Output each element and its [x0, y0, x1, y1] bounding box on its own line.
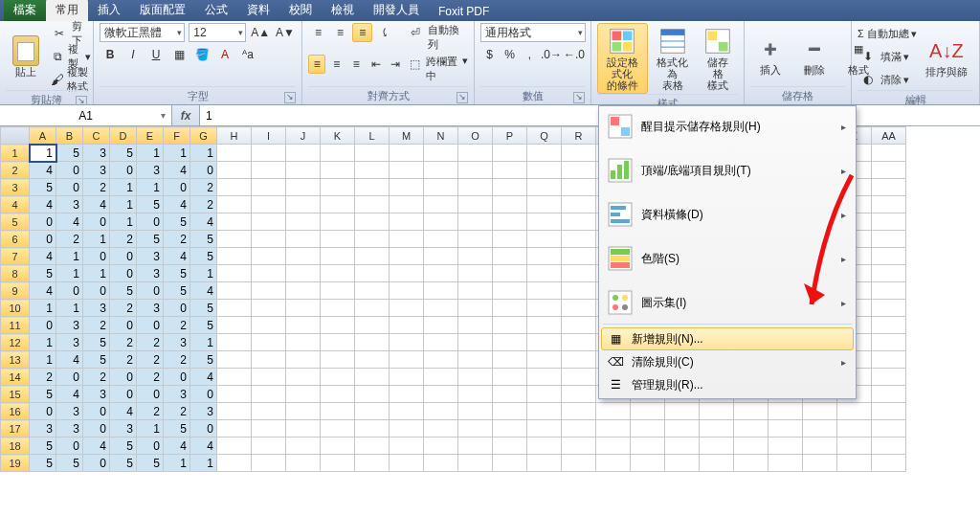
cell[interactable] [872, 231, 906, 248]
cell[interactable] [631, 403, 665, 420]
cell[interactable]: 0 [137, 282, 164, 300]
cell[interactable] [527, 300, 562, 317]
cell[interactable] [286, 369, 321, 386]
cell[interactable] [527, 455, 562, 472]
cell[interactable]: 0 [30, 213, 56, 231]
cell[interactable] [424, 265, 458, 282]
cell[interactable]: 0 [190, 386, 217, 403]
cell[interactable]: 3 [83, 300, 110, 317]
cell[interactable] [562, 179, 596, 196]
menu-new-rule[interactable]: ▦ 新增規則(N)... [601, 327, 854, 350]
cell[interactable] [803, 420, 837, 437]
cell[interactable] [527, 231, 562, 248]
cell[interactable]: 5 [190, 231, 217, 248]
cell[interactable] [286, 455, 321, 472]
cell[interactable] [458, 386, 493, 403]
cell[interactable] [768, 403, 803, 420]
cell[interactable] [803, 455, 837, 472]
cell[interactable] [527, 179, 562, 196]
cell[interactable]: 3 [137, 248, 164, 265]
cell[interactable] [493, 351, 527, 369]
cell[interactable] [252, 179, 286, 196]
cell[interactable] [665, 403, 700, 420]
cell[interactable] [321, 386, 355, 403]
cell[interactable] [252, 145, 286, 162]
cell[interactable] [493, 369, 527, 386]
cell[interactable]: 1 [190, 455, 217, 472]
cell[interactable]: 0 [56, 179, 83, 196]
cell[interactable] [217, 196, 252, 213]
col-header-AA[interactable]: AA [872, 127, 906, 145]
cell[interactable] [458, 162, 493, 179]
cell[interactable]: 2 [164, 317, 190, 334]
cell[interactable]: 0 [110, 162, 137, 179]
cell[interactable] [321, 420, 355, 437]
col-header-F[interactable]: F [164, 127, 190, 145]
cell[interactable] [286, 317, 321, 334]
col-header-J[interactable]: J [286, 127, 321, 145]
cell[interactable] [390, 282, 424, 300]
cell[interactable] [562, 162, 596, 179]
cell[interactable] [286, 334, 321, 351]
cell[interactable] [424, 145, 458, 162]
cell[interactable] [217, 162, 252, 179]
cell[interactable] [527, 213, 562, 231]
cell[interactable] [252, 369, 286, 386]
cell[interactable]: 0 [83, 455, 110, 472]
cell[interactable] [321, 455, 355, 472]
cell[interactable]: 0 [164, 369, 190, 386]
cell[interactable]: 0 [56, 162, 83, 179]
cell[interactable] [872, 248, 906, 265]
cell[interactable]: 2 [164, 231, 190, 248]
cell[interactable]: 0 [56, 369, 83, 386]
align-middle-button[interactable]: ≡ [330, 23, 350, 42]
cell[interactable]: 4 [190, 369, 217, 386]
cell[interactable] [837, 403, 872, 420]
cell[interactable]: 3 [30, 420, 56, 437]
cell[interactable] [562, 334, 596, 351]
cell[interactable] [286, 213, 321, 231]
cell[interactable]: 0 [164, 179, 190, 196]
tab-home[interactable]: 常用 [46, 0, 88, 21]
phonetic-button[interactable]: ᴬa [237, 45, 258, 64]
cell[interactable]: 4 [190, 282, 217, 300]
cell[interactable] [286, 282, 321, 300]
formula-input[interactable]: 1 [199, 105, 980, 125]
cell[interactable] [286, 351, 321, 369]
cell[interactable] [217, 420, 252, 437]
cell[interactable] [872, 213, 906, 231]
cell[interactable] [768, 420, 803, 437]
cell[interactable]: 0 [137, 213, 164, 231]
cell[interactable] [562, 196, 596, 213]
cell[interactable] [321, 300, 355, 317]
autosum-button[interactable]: Σ 自動加總 [858, 27, 909, 41]
cell[interactable] [458, 196, 493, 213]
cell[interactable] [562, 231, 596, 248]
cell[interactable]: 3 [83, 386, 110, 403]
col-header-O[interactable]: O [458, 127, 493, 145]
decrease-font-button[interactable]: A▼ [275, 23, 296, 42]
row-header-14[interactable]: 14 [1, 369, 30, 386]
cell[interactable]: 1 [137, 145, 164, 162]
cell[interactable] [872, 455, 906, 472]
cell[interactable]: 2 [110, 300, 137, 317]
cell[interactable] [355, 386, 390, 403]
cell[interactable] [355, 455, 390, 472]
cell[interactable] [872, 265, 906, 282]
cell[interactable]: 0 [30, 317, 56, 334]
bold-button[interactable]: B [100, 45, 121, 64]
cell[interactable]: 0 [190, 420, 217, 437]
cell[interactable] [631, 437, 665, 455]
cell[interactable] [527, 145, 562, 162]
cell[interactable]: 5 [110, 282, 137, 300]
cell[interactable]: 4 [56, 213, 83, 231]
menu-topbottom-rules[interactable]: 頂端/底端項目規則(T) ▸ [601, 152, 854, 189]
cell[interactable] [424, 196, 458, 213]
cell[interactable]: 5 [30, 437, 56, 455]
cell[interactable] [390, 420, 424, 437]
cell[interactable] [872, 437, 906, 455]
cell[interactable] [286, 300, 321, 317]
cell[interactable]: 1 [110, 179, 137, 196]
cell[interactable] [493, 162, 527, 179]
align-right-button[interactable]: ≡ [347, 55, 365, 74]
